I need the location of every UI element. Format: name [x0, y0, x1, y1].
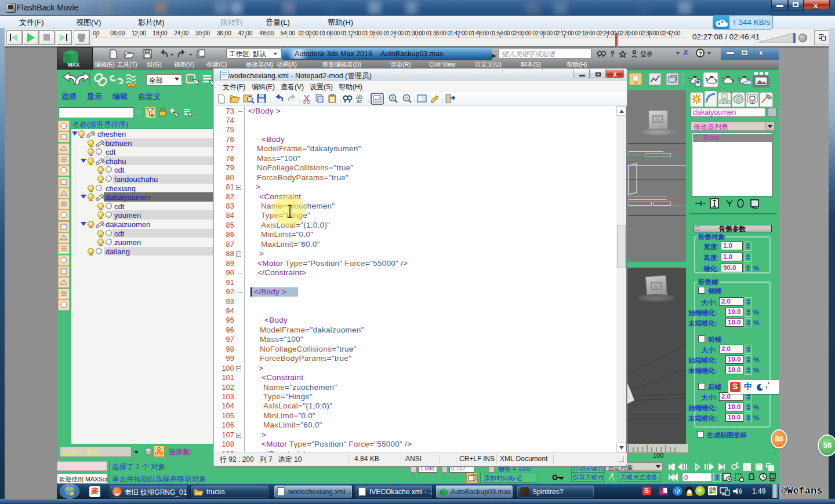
- svg-text:登录: 登录: [640, 50, 653, 57]
- svg-text:ac: ac: [357, 98, 362, 104]
